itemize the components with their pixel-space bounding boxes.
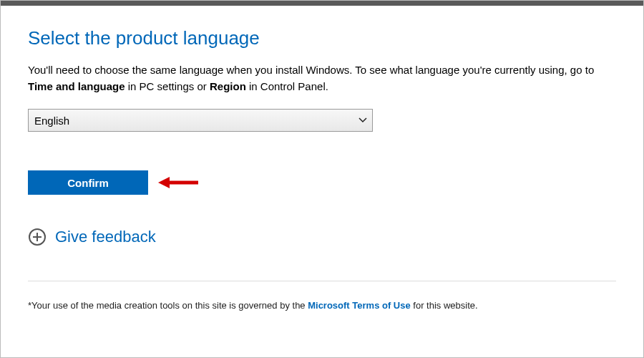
desc-part1: You'll need to choose the same language … — [28, 64, 594, 76]
plus-circle-icon — [28, 228, 47, 246]
terms-of-use-link[interactable]: Microsoft Terms of Use — [308, 300, 411, 311]
svg-marker-1 — [158, 177, 170, 188]
confirm-row: Confirm — [28, 170, 616, 195]
desc-part2: in PC settings or — [125, 80, 210, 92]
desc-part3: in Control Panel. — [246, 80, 328, 92]
language-select[interactable]: English — [28, 109, 373, 132]
top-bar — [1, 1, 643, 6]
main-content: Select the product language You'll need … — [1, 6, 643, 246]
language-select-wrapper: English — [28, 109, 373, 132]
confirm-button[interactable]: Confirm — [28, 170, 148, 195]
divider — [28, 281, 616, 281]
desc-bold-region: Region — [210, 80, 246, 92]
footer-prefix: *Your use of the media creation tools on… — [28, 300, 308, 311]
instruction-text: You'll need to choose the same language … — [28, 62, 615, 95]
give-feedback-link[interactable]: Give feedback — [55, 228, 156, 246]
feedback-row: Give feedback — [28, 228, 616, 246]
desc-bold-time-language: Time and language — [28, 80, 125, 92]
footer-suffix: for this website. — [411, 300, 478, 311]
footer-text: *Your use of the media creation tools on… — [1, 300, 643, 311]
arrow-annotation-icon — [157, 174, 200, 191]
page-title: Select the product language — [28, 27, 616, 49]
